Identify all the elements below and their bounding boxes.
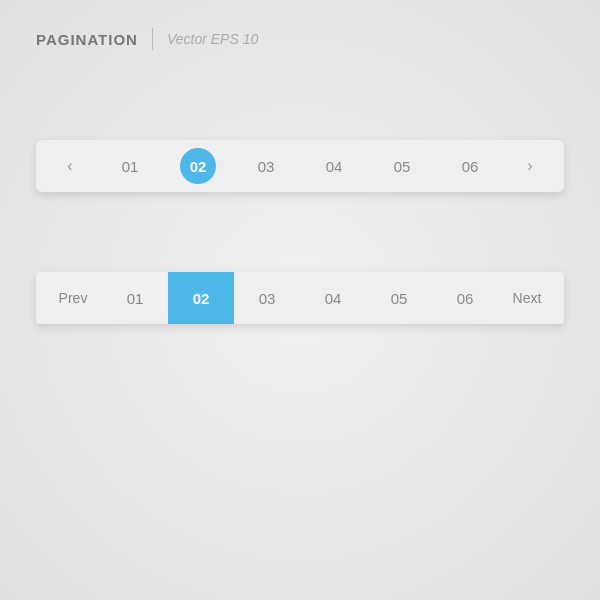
header-divider bbox=[152, 28, 153, 50]
page-b2-04-button[interactable]: 04 bbox=[300, 272, 366, 324]
page-b2-01-button[interactable]: 01 bbox=[102, 272, 168, 324]
next-arrow-button[interactable]: › bbox=[504, 140, 556, 192]
page-05-button[interactable]: 05 bbox=[368, 140, 436, 192]
page-b2-03-button[interactable]: 03 bbox=[234, 272, 300, 324]
next-label-button[interactable]: Next bbox=[498, 290, 556, 306]
page-01-button[interactable]: 01 bbox=[96, 140, 164, 192]
page-04-button[interactable]: 04 bbox=[300, 140, 368, 192]
page-06-button[interactable]: 06 bbox=[436, 140, 504, 192]
pagination-bar-1: ‹ 01 02 03 04 05 06 › bbox=[36, 140, 564, 192]
page-b2-05-button[interactable]: 05 bbox=[366, 272, 432, 324]
page-header: PAGINATION Vector EPS 10 bbox=[36, 28, 258, 50]
page-02-button[interactable]: 02 bbox=[164, 140, 232, 192]
page-03-button[interactable]: 03 bbox=[232, 140, 300, 192]
prev-arrow-button[interactable]: ‹ bbox=[44, 140, 96, 192]
page-subtitle: Vector EPS 10 bbox=[167, 31, 258, 47]
active-page-indicator: 02 bbox=[180, 148, 216, 184]
page-b2-02-button[interactable]: 02 bbox=[168, 272, 234, 324]
prev-label-button[interactable]: Prev bbox=[44, 290, 102, 306]
page-b2-06-button[interactable]: 06 bbox=[432, 272, 498, 324]
pagination-bar-2: Prev 01 02 03 04 05 06 Next bbox=[36, 272, 564, 324]
pagination-container: ‹ 01 02 03 04 05 06 › Prev 01 02 03 04 0… bbox=[36, 140, 564, 324]
page-title: PAGINATION bbox=[36, 31, 138, 48]
